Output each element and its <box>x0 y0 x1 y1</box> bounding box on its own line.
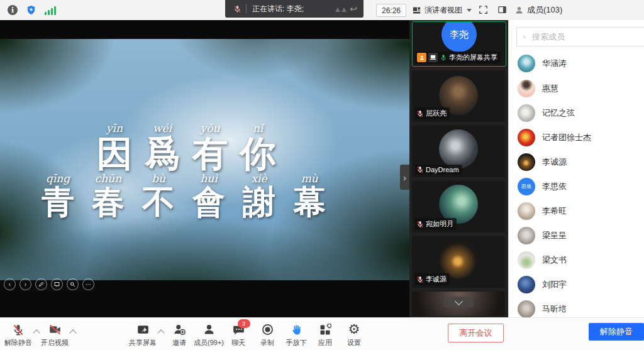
annotation-toolbar: ‹ › ⋯ <box>4 278 94 290</box>
undo-arrow-icon[interactable]: ↩ <box>350 4 357 14</box>
hanzi: 不 <box>142 185 175 219</box>
members-panel: 华涵涛 惠慧 记忆之弦 记者团徐士杰 李诚源 思依李思依 李希旺 梁呈呈 梁文书… <box>508 20 644 317</box>
host-badge-icon <box>417 53 426 62</box>
member-row[interactable]: 记忆之弦 <box>509 101 644 125</box>
member-name: 华涵涛 <box>542 58 567 69</box>
member-name: 记忆之弦 <box>542 107 575 119</box>
view-mode-dropdown[interactable]: 演讲者视图 <box>412 3 472 18</box>
thumbnail-label: 李尧的屏幕共享 <box>449 53 497 62</box>
thumbnail-participant[interactable]: 屈跃亮 <box>412 70 505 122</box>
muted-mic-icon <box>416 166 424 173</box>
member-name: 梁文书 <box>542 254 567 266</box>
meeting-info-icon[interactable]: i <box>8 5 18 15</box>
magnifier-icon[interactable] <box>67 278 79 290</box>
annotation-tools-icon[interactable]: ▲▲ <box>334 4 347 14</box>
member-name: 梁呈呈 <box>542 230 567 241</box>
more-options-icon[interactable]: ⋯ <box>82 278 94 290</box>
screen-share-label: 李尧的屏幕共享 <box>415 52 501 63</box>
member-row[interactable]: 梁文书 <box>509 248 644 272</box>
camera-off-icon <box>48 323 62 336</box>
member-row[interactable]: 思依李思依 <box>509 174 644 199</box>
member-row[interactable]: 惠慧 <box>509 76 644 101</box>
member-name: 惠慧 <box>542 83 558 94</box>
search-icon <box>523 33 526 41</box>
avatar <box>518 202 535 220</box>
person-icon <box>203 323 216 336</box>
member-row[interactable]: 李诚源 <box>509 150 644 174</box>
divider <box>246 4 247 13</box>
lower-hand-button[interactable]: 手放下 <box>282 318 311 347</box>
gear-icon: ⚙ <box>348 323 360 336</box>
button-label: 设置 <box>347 338 361 347</box>
apps-button[interactable]: 应用 <box>311 318 340 347</box>
avatar <box>518 129 535 146</box>
shared-video-content: yīn因 wéi爲 yǒu有 nǐ你 qīng青 chūn春 bù不 huì會 … <box>0 39 409 280</box>
bottom-toolbar: 解除静音 开启视频 <box>0 317 644 350</box>
avatar <box>518 276 535 293</box>
button-label: 录制 <box>260 338 274 347</box>
member-row[interactable]: 记者团徐士杰 <box>509 125 644 150</box>
member-row[interactable]: 华涵涛 <box>509 51 644 75</box>
scroll-down-button[interactable] <box>444 297 473 307</box>
avatar: 思依 <box>518 178 535 195</box>
thumbnail-active-speaker[interactable]: 李尧 李尧的屏幕共享 <box>412 21 506 67</box>
topbar-left-icons: i <box>8 0 56 20</box>
members-count-label: 成员(103) <box>527 4 562 16</box>
network-signal-icon[interactable] <box>45 6 56 15</box>
thumbnail-label: 宛如明月 <box>426 219 453 229</box>
whiteboard-icon[interactable] <box>51 278 63 290</box>
fullscreen-icon <box>478 4 489 15</box>
thumbnail-participant[interactable]: DayDream <box>412 126 505 177</box>
next-arrow-icon[interactable]: › <box>19 278 31 290</box>
fullscreen-button[interactable] <box>478 4 489 18</box>
video-options-chevron[interactable] <box>69 329 76 336</box>
lyric-line-1: yīn因 wéi爲 yǒu有 nǐ你 <box>96 122 277 172</box>
hanzi: 春 <box>92 185 125 219</box>
button-label: 成员(99+) <box>194 338 224 347</box>
security-shield-icon[interactable] <box>26 4 36 16</box>
button-label: 聊天 <box>231 338 245 347</box>
video-thumbnail-strip: 李尧 李尧的屏幕共享 <box>409 20 508 317</box>
member-name: 李希旺 <box>542 205 567 217</box>
mic-options-chevron[interactable] <box>33 329 40 336</box>
thumbnail-label: 李诚源 <box>426 275 447 284</box>
member-name: 马昕培 <box>542 304 567 315</box>
button-label: 手放下 <box>286 338 307 347</box>
collapse-strip-handle[interactable]: › <box>400 165 409 190</box>
hanzi: 因 <box>97 134 133 172</box>
thumbnail-participant[interactable]: 李诚源 <box>412 236 505 288</box>
chevron-down-icon <box>467 9 472 12</box>
members-panel-header: 成员(103) <box>514 0 562 20</box>
lyric-line-2: qīng青 chūn春 bù不 huì會 xiè謝 mù幕 <box>39 172 328 219</box>
meeting-timer: 26:26 <box>376 4 406 17</box>
unmute-toolbar-button[interactable]: 解除静音 <box>4 318 33 347</box>
chat-button[interactable]: 3 聊天 <box>224 318 253 347</box>
search-input[interactable] <box>531 31 644 42</box>
settings-button[interactable]: ⚙ 设置 <box>340 318 369 347</box>
member-search-box[interactable] <box>516 27 644 46</box>
apps-grid-icon <box>319 324 331 336</box>
view-mode-label: 演讲者视图 <box>425 5 462 16</box>
leave-meeting-button[interactable]: 离开会议 <box>448 324 504 342</box>
top-bar: i 正在讲话: 李尧; ▲▲ ↩ 26:26 <box>0 0 644 21</box>
share-screen-button[interactable]: 共享屏幕 <box>128 318 157 347</box>
prev-arrow-icon[interactable]: ‹ <box>4 278 16 290</box>
unmute-primary-button[interactable]: 解除静音 <box>589 323 644 341</box>
hanzi: 謝 <box>243 185 275 219</box>
member-name: 刘阳宇 <box>542 279 567 290</box>
start-video-button[interactable]: 开启视频 <box>40 318 69 347</box>
avatar <box>518 227 535 244</box>
member-row[interactable]: 李希旺 <box>509 199 644 223</box>
members-button[interactable]: 成员(99+) <box>194 318 224 347</box>
thumbnail-label: 屈跃亮 <box>426 109 447 118</box>
member-row[interactable]: 梁呈呈 <box>509 223 644 248</box>
sidebar-toggle-button[interactable] <box>497 4 508 18</box>
member-row[interactable]: 马昕培 <box>509 297 644 317</box>
invite-button[interactable]: 邀请 <box>165 318 194 347</box>
member-row[interactable]: 刘阳宇 <box>509 272 644 297</box>
pen-icon[interactable] <box>35 278 47 290</box>
record-button[interactable]: 录制 <box>253 318 282 347</box>
thumbnail-participant[interactable]: 宛如明月 <box>412 181 505 232</box>
thumbnail-participant-partial[interactable] <box>412 292 505 316</box>
share-options-chevron[interactable] <box>157 329 164 336</box>
